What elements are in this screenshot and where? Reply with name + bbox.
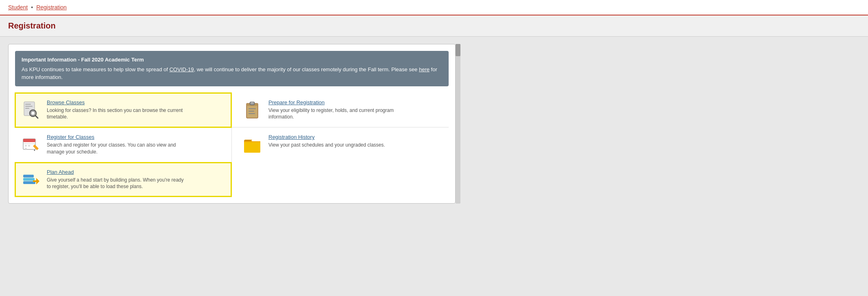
scrollbar-track [456, 44, 460, 204]
main-content: Important Information - Fall 2020 Academ… [0, 37, 868, 211]
prepare-registration-icon [242, 99, 263, 121]
right-column: Prepare for Registration View your eligi… [232, 93, 449, 197]
prepare-registration-item[interactable]: Prepare for Registration View your eligi… [232, 93, 449, 128]
svg-rect-26 [249, 113, 255, 114]
info-banner-text-after: , we will continue to deliver the majori… [194, 66, 419, 72]
svg-rect-2 [25, 106, 33, 107]
plan-ahead-desc: Give yourself a head start by building p… [47, 177, 185, 191]
breadcrumb-student[interactable]: Student [8, 4, 28, 11]
browse-classes-desc: Looking for classes? In this section you… [47, 107, 185, 121]
browse-classes-text: Browse Classes Looking for classes? In t… [47, 99, 185, 121]
page-title-bar: Registration [0, 15, 868, 37]
registration-history-item[interactable]: Registration History View your past sche… [232, 127, 449, 162]
svg-rect-12 [25, 148, 27, 149]
info-banner-title: Important Information - Fall 2020 Academ… [22, 56, 442, 64]
svg-rect-23 [251, 102, 254, 104]
left-column: Browse Classes Looking for classes? In t… [15, 93, 232, 197]
breadcrumb: Student • Registration [0, 0, 868, 15]
svg-rect-11 [28, 145, 30, 147]
browse-classes-link[interactable]: Browse Classes [47, 99, 85, 105]
register-classes-icon [20, 134, 41, 155]
register-classes-link[interactable]: Register for Classes [47, 134, 94, 140]
register-classes-text: Register for Classes Search and register… [47, 134, 185, 156]
svg-rect-8 [23, 139, 35, 142]
info-banner-text-before: As KPU continues to take measures to hel… [22, 66, 169, 72]
items-grid: Browse Classes Looking for classes? In t… [15, 93, 449, 197]
browse-classes-item[interactable]: Browse Classes Looking for classes? In t… [15, 93, 231, 128]
info-banner: Important Information - Fall 2020 Academ… [15, 51, 449, 86]
svg-rect-27 [244, 142, 260, 153]
page-title: Registration [8, 21, 860, 31]
plan-ahead-link[interactable]: Plan Ahead [47, 169, 74, 175]
prepare-registration-desc: View your eligibility to register, holds… [268, 107, 407, 121]
svg-rect-19 [33, 180, 37, 182]
svg-point-5 [31, 111, 35, 115]
registration-history-desc: View your past schedules and your ungrad… [268, 142, 385, 149]
svg-line-6 [35, 116, 38, 118]
scrollbar-thumb[interactable] [456, 44, 460, 56]
svg-rect-25 [249, 111, 254, 112]
breadcrumb-separator: • [31, 4, 33, 11]
here-link[interactable]: here [419, 66, 430, 72]
prepare-registration-link[interactable]: Prepare for Registration [268, 99, 325, 105]
svg-rect-16 [23, 178, 35, 181]
svg-rect-24 [249, 108, 256, 109]
svg-rect-1 [25, 104, 31, 105]
svg-rect-17 [23, 175, 34, 178]
plan-ahead-item[interactable]: Plan Ahead Give yourself a head start by… [15, 162, 231, 197]
svg-rect-3 [25, 108, 29, 109]
registration-history-link[interactable]: Registration History [268, 134, 314, 140]
register-classes-desc: Search and register for your classes. Yo… [47, 142, 185, 156]
svg-rect-10 [25, 145, 27, 147]
prepare-registration-text: Prepare for Registration View your eligi… [268, 99, 407, 121]
registration-card: Important Information - Fall 2020 Academ… [8, 44, 456, 204]
browse-classes-icon [20, 99, 41, 121]
plan-ahead-icon [20, 169, 41, 190]
plan-ahead-text: Plan Ahead Give yourself a head start by… [47, 169, 185, 191]
register-classes-item[interactable]: Register for Classes Search and register… [15, 127, 231, 162]
registration-history-icon [242, 134, 263, 155]
breadcrumb-registration[interactable]: Registration [36, 4, 67, 11]
covid-link[interactable]: COVID-19 [169, 66, 194, 72]
registration-history-text: Registration History View your past sche… [268, 134, 385, 149]
